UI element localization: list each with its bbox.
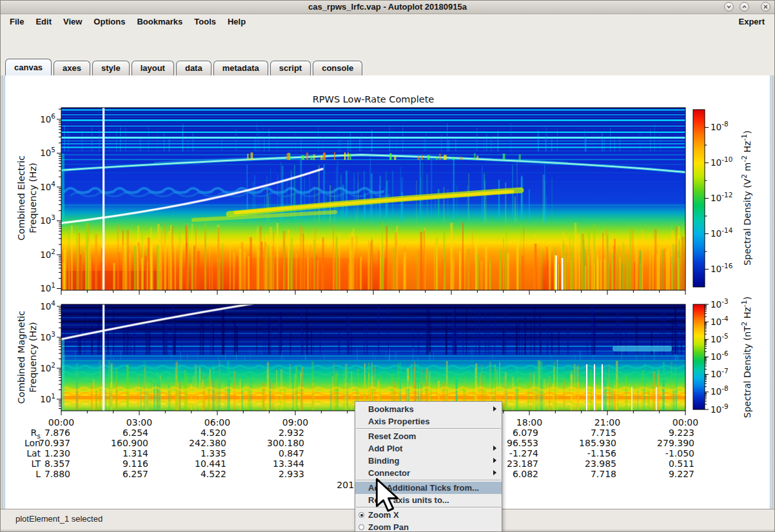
svg-text:2.932: 2.932	[279, 428, 304, 438]
electric-colorbar	[693, 110, 705, 287]
svg-text:160.900: 160.900	[111, 438, 148, 448]
svg-text:105: 105	[40, 146, 55, 158]
menu-options[interactable]: Options	[88, 17, 131, 26]
menu-tools[interactable]: Tools	[188, 17, 222, 26]
svg-text:6.254: 6.254	[123, 428, 148, 438]
svg-text:6.082: 6.082	[513, 469, 538, 479]
tab-layout[interactable]: layout	[132, 61, 174, 75]
svg-text:LT: LT	[32, 458, 41, 469]
svg-text:Spectral Density (nT2 Hz-1): Spectral Density (nT2 Hz-1)	[740, 297, 752, 418]
svg-text:10-6: 10-6	[711, 350, 729, 362]
svg-text:279.390: 279.390	[657, 438, 694, 448]
menu-item-add-plot[interactable]: Add Plot	[355, 442, 502, 455]
magnetic-colorbar	[693, 304, 705, 409]
window-title: cas_rpws_lrfc.vap - Autoplot 20180915a	[308, 2, 467, 12]
svg-text:7.876: 7.876	[44, 428, 70, 438]
svg-text:9.227: 9.227	[669, 469, 694, 479]
svg-text:101: 101	[40, 392, 55, 404]
submenu-arrow-icon	[493, 406, 496, 411]
svg-text:23.187: 23.187	[507, 458, 538, 469]
svg-text:1.230: 1.230	[44, 448, 70, 458]
canvas-left-rail	[3, 75, 5, 509]
svg-text:RPWS Low-Rate Complete: RPWS Low-Rate Complete	[313, 94, 435, 104]
tab-axes[interactable]: axes	[54, 61, 90, 75]
menu-item-binding[interactable]: Binding	[355, 455, 502, 467]
svg-text:104: 104	[40, 299, 55, 311]
menu-separator	[356, 428, 501, 429]
svg-text:8.357: 8.357	[44, 458, 70, 469]
svg-text:18:00: 18:00	[516, 417, 542, 428]
menu-edit[interactable]: Edit	[30, 17, 57, 26]
svg-text:7.718: 7.718	[591, 469, 616, 479]
svg-text:103: 103	[40, 213, 55, 226]
svg-text:00:00: 00:00	[48, 417, 74, 428]
tab-script[interactable]: script	[270, 61, 311, 75]
svg-text:10-10: 10-10	[711, 155, 732, 168]
svg-text:242.380: 242.380	[189, 438, 226, 448]
svg-text:10.441: 10.441	[195, 458, 226, 469]
menu-item-bookmarks[interactable]: Bookmarks	[355, 403, 502, 415]
svg-text:Combined Magnetic: Combined Magnetic	[16, 311, 26, 404]
svg-text:10-4: 10-4	[711, 315, 729, 327]
svg-text:6.079: 6.079	[513, 428, 538, 438]
chevron-down-icon	[725, 3, 732, 10]
svg-text:1.335: 1.335	[201, 448, 226, 458]
svg-text:102: 102	[40, 361, 55, 373]
svg-text:Combined Electric: Combined Electric	[16, 155, 26, 241]
svg-text:0.847: 0.847	[279, 448, 304, 458]
close-window-button[interactable]	[761, 2, 770, 12]
svg-text:10-3: 10-3	[711, 297, 729, 310]
svg-text:104: 104	[40, 180, 55, 192]
submenu-arrow-icon	[493, 470, 496, 475]
svg-text:10-5: 10-5	[711, 332, 729, 344]
svg-text:7.880: 7.880	[44, 469, 70, 479]
svg-text:21:00: 21:00	[594, 417, 620, 428]
svg-text:9.116: 9.116	[123, 458, 148, 469]
svg-text:10-7: 10-7	[711, 367, 729, 379]
svg-text:102: 102	[40, 248, 55, 260]
svg-text:106: 106	[40, 112, 55, 124]
svg-text:300.180: 300.180	[267, 438, 304, 448]
tab-style[interactable]: style	[92, 61, 130, 75]
maximize-window-button[interactable]	[740, 2, 749, 12]
svg-text:7.715: 7.715	[591, 428, 616, 438]
title-bar[interactable]: cas_rpws_lrfc.vap - Autoplot 20180915a	[0, 0, 775, 14]
menu-view[interactable]: View	[57, 17, 88, 26]
chevron-up-icon	[741, 3, 748, 10]
svg-text:Spectral Density (V2 m-2 Hz-1): Spectral Density (V2 m-2 Hz-1)	[740, 130, 752, 266]
expert-mode-label[interactable]: Expert	[739, 17, 771, 26]
svg-text:4.522: 4.522	[201, 469, 226, 479]
svg-text:10-9: 10-9	[711, 402, 729, 415]
svg-text:Lon: Lon	[25, 438, 41, 448]
tab-metadata[interactable]: metadata	[213, 61, 268, 75]
canvas-right-rail	[770, 75, 772, 509]
tab-console[interactable]: console	[313, 61, 362, 75]
menu-item-reset-zoom[interactable]: Reset Zoom	[355, 430, 502, 442]
menu-bookmarks[interactable]: Bookmarks	[131, 17, 188, 26]
menu-item-zoom-pan[interactable]: Zoom Pan	[355, 521, 502, 532]
menu-bar: File Edit View Options Bookmarks Tools H…	[0, 14, 775, 29]
submenu-arrow-icon	[493, 458, 496, 463]
svg-text:6.257: 6.257	[123, 469, 148, 479]
svg-text:185.930: 185.930	[579, 438, 616, 448]
radio-selected-icon	[358, 512, 364, 518]
tab-canvas[interactable]: canvas	[5, 59, 52, 75]
svg-text:0.511: 0.511	[669, 458, 694, 469]
submenu-arrow-icon	[493, 446, 496, 451]
tab-bar: canvas axes style layout data metadata s…	[0, 58, 775, 75]
svg-text:10-16: 10-16	[711, 262, 733, 274]
menu-item-axis-properties[interactable]: Axis Properties	[355, 415, 502, 428]
toolbar: 2016-01-01	[0, 29, 775, 58]
svg-text:-1.050: -1.050	[665, 448, 694, 458]
svg-text:00:00: 00:00	[672, 417, 698, 428]
menu-file[interactable]: File	[4, 17, 30, 26]
tab-data[interactable]: data	[176, 61, 211, 75]
menu-help[interactable]: Help	[222, 17, 251, 26]
svg-text:96.553: 96.553	[507, 438, 538, 448]
svg-text:10-8: 10-8	[711, 120, 729, 132]
svg-text:23.985: 23.985	[585, 458, 616, 469]
close-icon	[762, 3, 769, 10]
shade-window-button[interactable]	[724, 2, 734, 12]
svg-text:2.933: 2.933	[279, 469, 304, 479]
svg-text:09:00: 09:00	[282, 417, 308, 428]
